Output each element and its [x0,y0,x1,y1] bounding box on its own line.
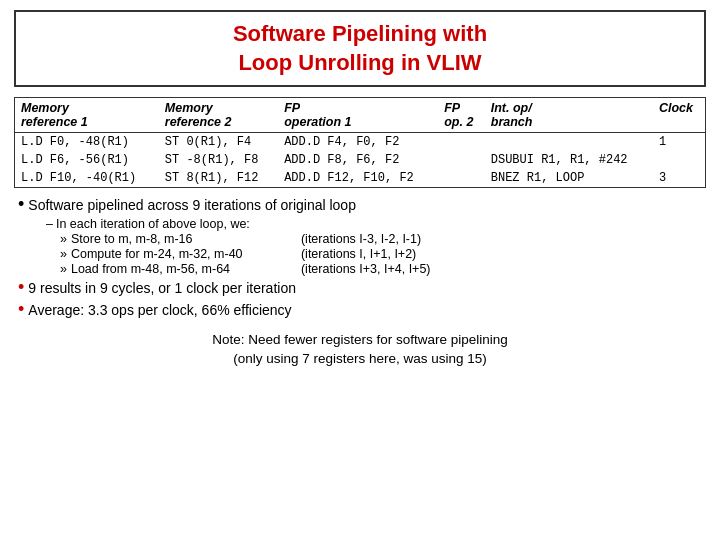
bullet-1-dot: • [18,195,24,213]
table-row: L.D F6, -56(R1) ST -8(R1), F8 ADD.D F8, … [15,151,705,169]
item1-right: (iterations I-3, I-2, I-1) [301,232,421,246]
sub-sub-item-1: » Store to m, m-8, m-16 (iterations I-3,… [60,232,702,246]
two-col-1: Store to m, m-8, m-16 (iterations I-3, I… [71,232,421,246]
page-container: Software Pipelining with Loop Unrolling … [0,0,720,540]
item2-right: (iterations I, I+1, I+2) [301,247,416,261]
table-header-row: Memoryreference 1 Memoryreference 2 FPop… [15,98,705,133]
row2-fp1: ADD.D F8, F6, F2 [278,151,438,169]
two-col-3: Load from m-48, m-56, m-64 (iterations I… [71,262,431,276]
bullets-section: • Software pipelined across 9 iterations… [14,194,706,321]
title-line1: Software Pipelining with [233,21,487,46]
col-header-fp1: FPoperation 1 [278,98,438,133]
bullet-1-text: Software pipelined across 9 iterations o… [28,196,356,214]
item3-right: (iterations I+3, I+4, I+5) [301,262,431,276]
row1-mem1: L.D F0, -48(R1) [15,133,159,152]
arrow-icon: » [60,232,67,246]
bullet-2-text: 9 results in 9 cycles, or 1 clock per it… [28,279,296,297]
table-row: L.D F0, -48(R1) ST 0(R1), F4 ADD.D F4, F… [15,133,705,152]
col-header-fp2: FPop. 2 [438,98,485,133]
note-line2: (only using 7 registers here, was using … [233,351,487,366]
row3-clock: 3 [653,169,705,187]
row1-clock: 1 [653,133,705,152]
bullet-3: • Average: 3.3 ops per clock, 66% effici… [18,301,702,319]
bullet-3-text: Average: 3.3 ops per clock, 66% efficien… [28,301,291,319]
table-row: L.D F10, -40(R1) ST 8(R1), F12 ADD.D F12… [15,169,705,187]
row2-intop: DSUBUI R1, R1, #242 [485,151,653,169]
main-table: Memoryreference 1 Memoryreference 2 FPop… [15,98,705,187]
bullet-1: • Software pipelined across 9 iterations… [18,196,702,214]
row2-fp2 [438,151,485,169]
row2-mem1: L.D F6, -56(R1) [15,151,159,169]
arrow-icon: » [60,247,67,261]
two-col-2: Compute for m-24, m-32, m-40 (iterations… [71,247,416,261]
sub-sub-item-3: » Load from m-48, m-56, m-64 (iterations… [60,262,702,276]
row1-fp2 [438,133,485,152]
row1-fp1: ADD.D F4, F0, F2 [278,133,438,152]
row2-clock [653,151,705,169]
row2-mem2: ST -8(R1), F8 [159,151,278,169]
col-header-mem1: Memoryreference 1 [15,98,159,133]
title-text: Software Pipelining with Loop Unrolling … [26,20,694,77]
title-box: Software Pipelining with Loop Unrolling … [14,10,706,87]
col-header-clock: Clock [653,98,705,133]
title-line2: Loop Unrolling in VLIW [238,50,481,75]
sub-item-1: – In each iteration of above loop, we: [46,217,702,231]
bullet-2: • 9 results in 9 cycles, or 1 clock per … [18,279,702,297]
note-section: Note: Need fewer registers for software … [14,331,706,369]
bullet-1-sublist: – In each iteration of above loop, we: »… [46,217,702,276]
table-section: Memoryreference 1 Memoryreference 2 FPop… [14,97,706,188]
sub-sub-list: » Store to m, m-8, m-16 (iterations I-3,… [60,232,702,276]
item2-left: Compute for m-24, m-32, m-40 [71,247,271,261]
sub-sub-item-2: » Compute for m-24, m-32, m-40 (iteratio… [60,247,702,261]
item3-left: Load from m-48, m-56, m-64 [71,262,271,276]
col-header-intop: Int. op/branch [485,98,653,133]
item1-left: Store to m, m-8, m-16 [71,232,271,246]
col-header-mem2: Memoryreference 2 [159,98,278,133]
sub-dash: – [46,217,53,231]
row3-fp1: ADD.D F12, F10, F2 [278,169,438,187]
arrow-icon: » [60,262,67,276]
row3-intop: BNEZ R1, LOOP [485,169,653,187]
row3-mem2: ST 8(R1), F12 [159,169,278,187]
row1-mem2: ST 0(R1), F4 [159,133,278,152]
bullet-2-dot: • [18,278,24,296]
row3-fp2 [438,169,485,187]
sub-item-1-text: In each iteration of above loop, we: [56,217,250,231]
row1-intop [485,133,653,152]
row3-mem1: L.D F10, -40(R1) [15,169,159,187]
note-line1: Note: Need fewer registers for software … [212,332,508,347]
bullet-3-dot: • [18,300,24,318]
